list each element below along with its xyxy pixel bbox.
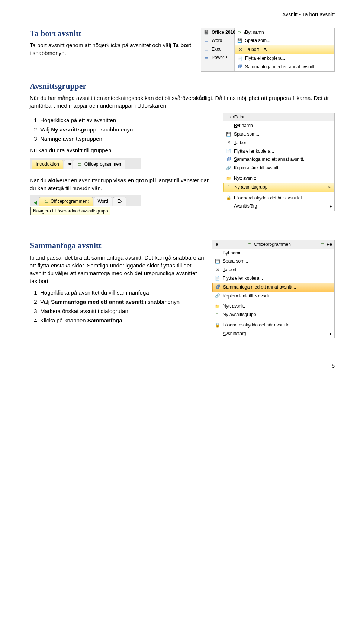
submenu-arrow-icon: ▸ — [330, 203, 332, 209]
step-item: Klicka på knappen Sammanfoga — [40, 316, 205, 324]
screenshot-group-menu: …erPoint Byt namn 💾Spara som... ✕Ta bort… — [223, 113, 335, 211]
section-title-groups: Avsnittsgrupper — [30, 81, 335, 92]
group-icon: 🗀 — [43, 199, 49, 205]
section2-p3: När du aktiverar en avsnittsgrupp visas … — [30, 176, 216, 192]
page-number: 5 — [332, 363, 335, 369]
page-header: Avsnitt - Ta bort avsnitt — [30, 11, 335, 20]
menu-newgroup[interactable]: 🗀Ny avsnittsgrupp — [212, 310, 334, 319]
menu-protect[interactable]: 🔒Lösenordsskydda det här avsnittet... — [223, 194, 334, 202]
delete-icon: ✕ — [215, 267, 221, 273]
menu-merge[interactable]: 🗐Sammanfoga med ett annat avsnitt — [235, 63, 334, 71]
page-footer: 5 — [30, 361, 335, 370]
link-icon: 🔗 — [215, 293, 221, 299]
menu-copylink[interactable]: 🔗Kopiera länk till ↖avsnitt — [212, 292, 334, 300]
menu-saveas[interactable]: 💾Spara som... — [235, 36, 334, 45]
merge-icon: 🗐 — [215, 284, 221, 290]
menu-delete[interactable]: ✕Ta bort↖ — [235, 45, 334, 54]
menu-delete[interactable]: ✕Ta bort — [212, 266, 334, 274]
tab-introduktion[interactable]: Introduktion — [32, 160, 63, 169]
tab-ex[interactable]: Ex — [113, 197, 126, 206]
menu-newgroup[interactable]: 🗀Ny avsnittsgrupp↖ — [223, 183, 334, 192]
group-icon: 🗀 — [226, 184, 232, 190]
link-icon: 🔗 — [226, 165, 232, 171]
blank-icon — [215, 250, 221, 256]
step-item: Högerklicka på avsnittet du vill sammanf… — [40, 289, 205, 296]
tabs-screenshot-2: 🗀Officeprogrammen: Word Ex Navigera till… — [30, 195, 141, 215]
menu-saveas[interactable]: 💾Spara som... — [223, 130, 334, 139]
section-title-delete: Ta bort avsnitt — [30, 28, 193, 39]
step-item: Välj Sammanfoga med ett annat avsnitt i … — [40, 298, 205, 306]
menu-color[interactable]: Avsnittsfärg▸ — [223, 202, 334, 211]
nav-word[interactable]: ▭Word — [201, 36, 234, 45]
section2-p1: När du har många avsnitt i en anteckning… — [30, 94, 335, 110]
section-icon: ▭ — [203, 55, 209, 61]
blank-icon — [226, 204, 232, 209]
menu-color[interactable]: Avsnittsfärg▸ — [212, 329, 334, 338]
nav-powerp[interactable]: ▭PowerP — [201, 53, 234, 62]
cursor-icon: ↖ — [253, 293, 258, 299]
move-icon: 📄 — [237, 55, 243, 61]
group-icon: 🗀 — [77, 162, 83, 167]
nav-tooltip: Navigera till överordnad avsnittsgrupp — [30, 207, 110, 215]
menu-copylink[interactable]: 🔗Kopiera länk till avsnitt — [223, 164, 334, 172]
tab-word[interactable]: Word — [94, 197, 112, 206]
nav-up-button[interactable] — [32, 200, 39, 206]
tabs-screenshot-1: Introduktion ✱ 🗀Officeprogrammen — [30, 158, 141, 169]
save-icon: 💾 — [215, 258, 221, 264]
menu-move[interactable]: 📄Flytta eller kopiera... — [235, 54, 334, 63]
save-icon: 💾 — [237, 38, 243, 44]
section1-body: Ta bort avsnitt genom att högerklicka på… — [30, 41, 193, 57]
merge-icon: 🗐 — [226, 157, 232, 163]
newsection-icon: 📁 — [215, 303, 221, 309]
save-icon: 💾 — [226, 131, 232, 137]
section-icon: ▭ — [203, 38, 209, 44]
step-item: Välj Ny avsnittsgrupp i snabbmenyn — [40, 126, 216, 133]
merge-icon: 🗐 — [237, 64, 243, 70]
tab-header: ia 🗀Officeprogrammen 🗀Pe — [212, 240, 334, 249]
cursor-icon: ↖ — [328, 184, 332, 191]
menu-saveas[interactable]: 💾Spara som... — [212, 257, 334, 266]
breadcrumb: Avsnitt - Ta bort avsnitt — [282, 12, 335, 17]
blank-icon — [215, 331, 221, 336]
menu-move[interactable]: 📄Flytta eller kopiera... — [212, 274, 334, 283]
section-title-merge: Sammanfoga avsnitt — [30, 240, 205, 251]
move-icon: 📄 — [215, 275, 221, 281]
screenshot-delete-menu: 📓Office 2010⟳▴ ▭Word ▭Excel ▭PowerP Byt … — [201, 28, 335, 72]
green-arrow-icon — [34, 201, 37, 205]
menu-rename[interactable]: Byt namn — [223, 121, 334, 130]
group-icon: 🗀 — [319, 241, 325, 247]
menu-merge[interactable]: 🗐Sammanfoga med ett annat avsnitt... — [212, 283, 334, 292]
blank-icon — [226, 123, 232, 129]
group-icon: 🗀 — [215, 312, 221, 318]
menu-newsec[interactable]: 📁Nytt avsnitt — [223, 174, 334, 183]
step-item: Markera önskat avsnitt i dialogrutan — [40, 307, 205, 315]
tab-spacer: ✱ — [64, 160, 72, 169]
newsection-icon: 📁 — [226, 175, 232, 181]
delete-icon: ✕ — [226, 140, 232, 146]
lock-icon: 🔒 — [226, 195, 232, 201]
step-item: Namnge avsnittsgruppen — [40, 135, 216, 143]
cursor-icon: ↖ — [264, 46, 267, 53]
menu-newsec[interactable]: 📁Nytt avsnitt — [212, 302, 334, 310]
section3-p1: Ibland passar det bra att sammanfoga avs… — [30, 254, 205, 285]
section2-steps: Högerklicka på ett av avsnitten Välj Ny … — [40, 116, 216, 143]
book-icon: 📓 — [203, 29, 209, 35]
tab-group-open[interactable]: 🗀Officeprogrammen: — [39, 197, 93, 206]
group-icon: 🗀 — [247, 241, 253, 247]
menu-rename[interactable]: Byt namn — [235, 28, 334, 37]
tab-group-officeprogrammen[interactable]: 🗀Officeprogrammen — [73, 160, 125, 169]
menu-merge[interactable]: 🗐Sammanfoga med ett annat avsnitt... — [223, 155, 334, 164]
submenu-arrow-icon: ▸ — [330, 331, 332, 337]
lock-icon: 🔒 — [215, 322, 221, 328]
delete-icon: ✕ — [237, 47, 243, 53]
menu-delete[interactable]: ✕Ta bort — [223, 139, 334, 147]
section2-p2: Nu kan du dra avsnitt till gruppen — [30, 146, 216, 154]
menu-rename[interactable]: Byt namn — [212, 249, 334, 257]
move-icon: 📄 — [226, 148, 232, 154]
blank-icon — [237, 29, 243, 35]
section-icon: ▭ — [203, 46, 209, 52]
menu-move[interactable]: 📄Flytta eller kopiera... — [223, 147, 334, 156]
nav-excel[interactable]: ▭Excel — [201, 45, 234, 53]
step-item: Högerklicka på ett av avsnitten — [40, 116, 216, 124]
menu-protect[interactable]: 🔒Lösenordsskydda det här avsnittet... — [212, 321, 334, 329]
